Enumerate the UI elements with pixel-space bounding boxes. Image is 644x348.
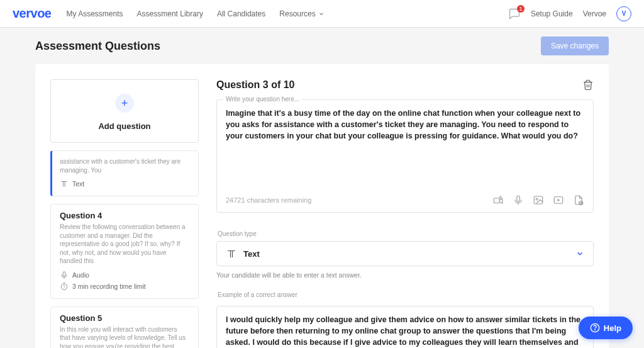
microphone-icon[interactable]	[513, 194, 524, 206]
add-question-label: Add question	[98, 121, 150, 131]
microphone-icon	[60, 271, 69, 279]
nav-all-candidates[interactable]: All Candidates	[217, 9, 265, 18]
nav-resources-label: Resources	[279, 9, 315, 18]
attachment-toolbar	[492, 194, 584, 206]
svg-rect-5	[494, 198, 499, 203]
nav-resources[interactable]: Resources	[279, 9, 324, 18]
question-type-section-label: Question type	[216, 230, 594, 237]
question-text-field[interactable]: Write your question here... Imagine that…	[216, 99, 594, 213]
sidebar-item-question-4[interactable]: Question 4 Review the following conversa…	[50, 204, 199, 299]
question-counter: Question 3 of 10	[216, 79, 294, 91]
question-snippet: In this role you will interact with cust…	[60, 325, 189, 349]
help-label: Help	[604, 323, 621, 333]
clock-icon	[60, 282, 69, 291]
image-icon[interactable]	[533, 194, 544, 206]
setup-guide-link[interactable]: Setup Guide	[531, 9, 573, 18]
question-title: Question 4	[60, 211, 189, 220]
svg-rect-8	[534, 196, 543, 204]
save-changes-button[interactable]: Save changes	[541, 36, 609, 55]
add-question-button[interactable]: + Add question	[50, 79, 199, 143]
question-type-select[interactable]: Text	[216, 241, 594, 266]
question-snippet: assistance with a customer's ticket they…	[60, 157, 189, 174]
notifications-button[interactable]: 1	[508, 8, 521, 20]
question-type-helper: Your candidate will be able to enter a t…	[216, 271, 594, 279]
page-title: Assessment Questions	[35, 40, 160, 53]
file-upload-icon[interactable]	[573, 194, 584, 206]
example-answer-text: I would quickly help my colleague and gi…	[226, 315, 580, 348]
svg-rect-7	[517, 196, 520, 201]
main-nav: My Assessments Assessment Library All Ca…	[67, 9, 325, 18]
svg-point-6	[499, 196, 501, 198]
trash-icon	[582, 79, 594, 91]
question-placeholder-label: Write your question here...	[223, 96, 302, 103]
svg-point-9	[536, 198, 538, 200]
nav-assessment-library[interactable]: Assessment Library	[137, 9, 203, 18]
sidebar-item-question-5[interactable]: Question 5 In this role you will interac…	[50, 306, 199, 349]
svg-point-14	[594, 330, 595, 330]
example-answer-input[interactable]: I would quickly help my colleague and gi…	[216, 306, 594, 348]
plus-icon: +	[115, 94, 134, 113]
characters-remaining: 24721 characters remaining	[226, 196, 311, 204]
text-type-icon	[60, 179, 69, 188]
notification-count-badge: 1	[517, 5, 525, 13]
page-header: Assessment Questions Save changes	[0, 28, 644, 64]
avatar[interactable]: V	[616, 6, 631, 21]
svg-rect-0	[63, 271, 65, 276]
nav-my-assessments[interactable]: My Assessments	[67, 9, 123, 18]
editor-card: + Add question assistance with a custome…	[35, 64, 609, 348]
text-type-icon	[226, 248, 237, 259]
question-type-value: Text	[243, 249, 260, 259]
top-nav: vervoe My Assessments Assessment Library…	[0, 0, 644, 28]
question-snippet: Review the following conversation betwee…	[60, 223, 189, 266]
question-title: Question 5	[60, 313, 189, 323]
brand-logo[interactable]: vervoe	[13, 6, 52, 21]
account-name[interactable]: Vervoe	[583, 9, 606, 18]
question-text-input[interactable]: Imagine that it's a busy time of the day…	[226, 108, 584, 189]
chevron-down-icon	[318, 11, 325, 17]
delete-question-button[interactable]	[582, 79, 594, 91]
video-icon[interactable]	[492, 194, 504, 206]
time-limit-label: 3 min recording time limit	[72, 283, 146, 290]
help-button[interactable]: Help	[579, 317, 633, 339]
question-editor: Question 3 of 10 Write your question her…	[216, 79, 594, 348]
question-type-label: Audio	[72, 271, 89, 279]
help-icon	[590, 323, 600, 333]
question-type-label: Text	[72, 180, 84, 188]
sidebar-item-question-3[interactable]: assistance with a customer's ticket they…	[50, 150, 199, 196]
example-answer-section-label: Example of a correct answer	[216, 291, 594, 298]
question-sidebar: + Add question assistance with a custome…	[50, 79, 199, 348]
svg-marker-11	[558, 199, 560, 202]
embed-icon[interactable]	[553, 194, 564, 206]
chevron-down-icon	[575, 249, 584, 258]
